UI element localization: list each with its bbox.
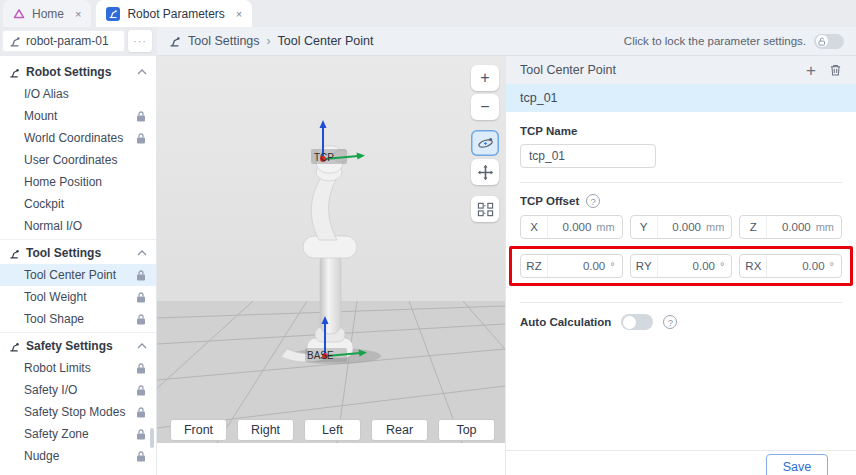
field-value: 0.00 bbox=[658, 260, 717, 272]
robot-3d-viewport[interactable]: TCP BASE + − bbox=[157, 56, 505, 443]
lock-settings-toggle[interactable] bbox=[814, 34, 844, 49]
panel-body: TCP Name TCP Offset ? X 0.000 mm Y 0.000… bbox=[506, 112, 856, 330]
sidebar-item-tool-shape[interactable]: Tool Shape bbox=[0, 308, 156, 330]
param-name-text: robot-param-01 bbox=[26, 34, 109, 48]
sidebar-section-tool-settings[interactable]: Tool Settings bbox=[0, 242, 156, 264]
field-unit: mm bbox=[706, 221, 731, 233]
field-unit: ° bbox=[720, 260, 731, 272]
sidebar-scrollbar[interactable] bbox=[150, 428, 154, 448]
auto-calculation-toggle[interactable] bbox=[621, 314, 653, 330]
position-fields-row: X 0.000 mm Y 0.000 mm Z 0.000 mm bbox=[520, 215, 842, 239]
frame-select-icon bbox=[477, 201, 494, 218]
add-tcp-button[interactable]: + bbox=[806, 62, 816, 79]
sidebar-item-user-coordinates[interactable]: User Coordinates bbox=[0, 149, 156, 171]
field-value: 0.000 bbox=[658, 221, 703, 233]
sidebar-item-safety-stop-modes[interactable]: Safety Stop Modes bbox=[0, 401, 156, 423]
svg-text:BASE: BASE bbox=[307, 350, 334, 361]
orbit-rotate-button[interactable] bbox=[471, 130, 499, 156]
view-top-button[interactable]: Top bbox=[438, 419, 495, 441]
chevron-up-icon bbox=[137, 69, 147, 75]
zoom-in-button[interactable]: + bbox=[471, 65, 499, 91]
offset-ry-field[interactable]: RY 0.00 ° bbox=[630, 254, 733, 278]
pan-button[interactable] bbox=[471, 159, 499, 185]
sidebar-item-tool-weight[interactable]: Tool Weight bbox=[0, 286, 156, 308]
field-unit: ° bbox=[830, 260, 841, 272]
divider bbox=[0, 239, 156, 240]
lock-icon bbox=[136, 292, 146, 303]
panel-header: Tool Center Point + bbox=[506, 56, 856, 84]
param-name-field[interactable]: robot-param-01 bbox=[2, 30, 125, 52]
item-label: Normal I/O bbox=[24, 219, 82, 233]
close-icon[interactable]: × bbox=[236, 8, 242, 20]
offset-x-field[interactable]: X 0.000 mm bbox=[520, 215, 623, 239]
panel-title: Tool Center Point bbox=[520, 63, 616, 77]
tcp-list-item-selected[interactable]: tcp_01 bbox=[506, 84, 856, 112]
tcp-settings-panel: Tool Center Point + tcp_01 TCP Name TCP … bbox=[505, 56, 856, 475]
sidebar-item-home-position[interactable]: Home Position bbox=[0, 171, 156, 193]
robot-icon bbox=[9, 248, 20, 259]
sidebar-item-safety-zone[interactable]: Safety Zone bbox=[0, 423, 156, 445]
tab-robot-parameters[interactable]: Robot Parameters × bbox=[96, 0, 252, 27]
lock-icon bbox=[136, 429, 146, 440]
panel-footer: Save bbox=[506, 450, 856, 475]
close-icon[interactable]: × bbox=[75, 8, 81, 20]
field-value: 0.00 bbox=[767, 260, 826, 272]
frame-select-button[interactable] bbox=[471, 196, 499, 222]
pan-arrows-icon bbox=[477, 164, 494, 181]
orbit-icon bbox=[477, 135, 494, 152]
sidebar-section-robot-settings[interactable]: Robot Settings bbox=[0, 61, 156, 83]
tab-robot-parameters-label: Robot Parameters bbox=[127, 7, 224, 21]
divider bbox=[520, 302, 842, 303]
tab-home[interactable]: Home × bbox=[3, 0, 91, 27]
lock-settings-area: Click to lock the parameter settings. bbox=[624, 34, 844, 49]
delete-tcp-button[interactable] bbox=[829, 63, 842, 77]
offset-rx-field[interactable]: RX 0.00 ° bbox=[739, 254, 842, 278]
lock-settings-text: Click to lock the parameter settings. bbox=[624, 35, 806, 47]
view-front-button[interactable]: Front bbox=[170, 419, 227, 441]
help-icon[interactable]: ? bbox=[586, 194, 600, 208]
robot-icon bbox=[9, 341, 20, 352]
lock-icon bbox=[136, 363, 146, 374]
sidebar-item-world-coordinates[interactable]: World Coordinates bbox=[0, 127, 156, 149]
lock-icon bbox=[136, 407, 146, 418]
breadcrumb-tool-settings[interactable]: Tool Settings bbox=[188, 34, 260, 48]
svg-text:TCP: TCP bbox=[314, 152, 334, 163]
breadcrumb-tool-center-point[interactable]: Tool Center Point bbox=[278, 34, 374, 48]
offset-y-field[interactable]: Y 0.000 mm bbox=[630, 215, 733, 239]
lock-icon bbox=[136, 385, 146, 396]
field-value: 0.000 bbox=[767, 221, 812, 233]
tcp-name-input[interactable] bbox=[520, 144, 656, 168]
item-label: I/O Alias bbox=[24, 87, 69, 101]
sidebar-item-safety-io[interactable]: Safety I/O bbox=[0, 379, 156, 401]
item-label: Safety Stop Modes bbox=[24, 405, 125, 419]
robot-icon bbox=[9, 67, 20, 78]
field-unit: ° bbox=[610, 260, 621, 272]
zoom-out-button[interactable]: − bbox=[471, 94, 499, 120]
field-value: 0.00 bbox=[548, 260, 607, 272]
sidebar-item-nudge[interactable]: Nudge bbox=[0, 445, 156, 467]
axis-label: Z bbox=[740, 216, 767, 238]
sidebar-item-cockpit[interactable]: Cockpit bbox=[0, 193, 156, 215]
sidebar-item-tool-center-point[interactable]: Tool Center Point bbox=[0, 264, 156, 286]
sidebar-item-io-alias[interactable]: I/O Alias bbox=[0, 83, 156, 105]
view-left-button[interactable]: Left bbox=[304, 419, 361, 441]
axis-label: RY bbox=[631, 255, 658, 277]
view-rear-button[interactable]: Rear bbox=[371, 419, 428, 441]
lock-icon bbox=[136, 111, 146, 122]
field-value: 0.000 bbox=[548, 221, 593, 233]
axis-label: Y bbox=[631, 216, 658, 238]
help-icon[interactable]: ? bbox=[663, 315, 677, 329]
axis-label: X bbox=[521, 216, 548, 238]
item-label: Mount bbox=[24, 109, 57, 123]
save-button[interactable]: Save bbox=[766, 454, 828, 475]
field-unit: mm bbox=[596, 221, 621, 233]
sidebar-item-normal-io[interactable]: Normal I/O bbox=[0, 215, 156, 237]
offset-rz-field[interactable]: RZ 0.00 ° bbox=[520, 254, 623, 278]
sidebar-item-robot-limits[interactable]: Robot Limits bbox=[0, 357, 156, 379]
offset-z-field[interactable]: Z 0.000 mm bbox=[739, 215, 842, 239]
sidebar-item-mount[interactable]: Mount bbox=[0, 105, 156, 127]
item-label: World Coordinates bbox=[24, 131, 123, 145]
more-options-button[interactable]: ··· bbox=[128, 30, 152, 52]
sidebar-section-safety-settings[interactable]: Safety Settings bbox=[0, 335, 156, 357]
view-right-button[interactable]: Right bbox=[237, 419, 294, 441]
